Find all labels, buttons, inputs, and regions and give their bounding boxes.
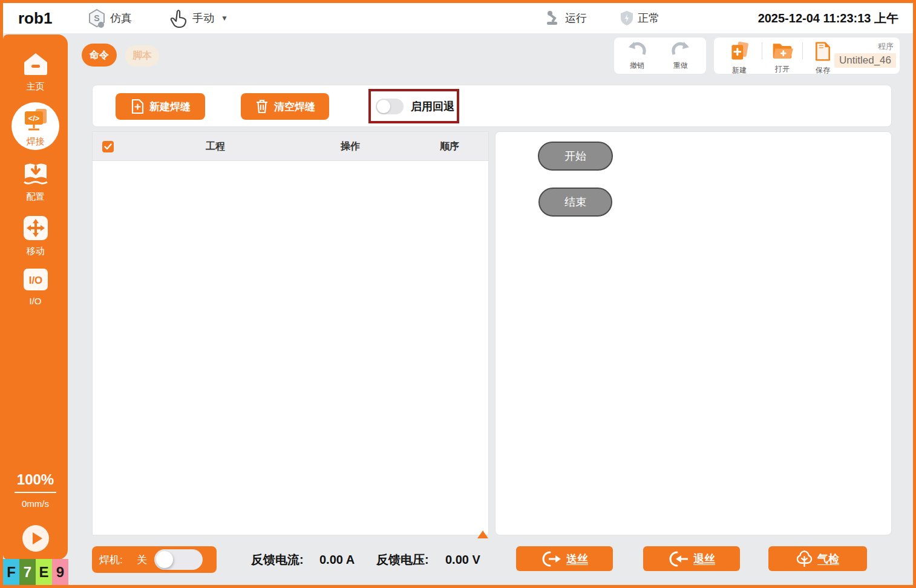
column-header-order: 顺序	[440, 132, 459, 161]
open-file-icon	[771, 41, 793, 61]
svg-text:</>: </>	[28, 114, 39, 123]
speed-block: 100% 0mm/s	[3, 471, 68, 509]
redo-button[interactable]: 重做	[662, 41, 699, 71]
sidebar-item-label: 焊接	[11, 136, 59, 148]
redo-icon	[670, 41, 691, 57]
sidebar-item-label: 移动	[3, 246, 68, 257]
divider	[762, 42, 762, 59]
new-file-icon	[728, 41, 750, 62]
highlight-box: 启用回退	[368, 89, 459, 123]
wire-retract-icon	[668, 550, 689, 567]
welder-switch-box: 焊机: 关	[92, 546, 217, 573]
check-icon	[104, 143, 112, 150]
flow-end-node[interactable]: 结束	[538, 188, 612, 217]
redo-label: 重做	[662, 60, 699, 71]
tab-script[interactable]: 脚本	[125, 45, 159, 67]
new-file-label: 新建	[721, 65, 757, 76]
io-icon: I/O	[22, 267, 49, 292]
sidebar-item-move[interactable]: 移动	[3, 215, 68, 257]
file-plus-icon	[130, 99, 145, 114]
robot-icon	[545, 10, 561, 27]
fkey-indicator: F	[3, 559, 19, 585]
top-bar: rob1 S 仿真 手动 ▼ 运行	[3, 3, 913, 33]
open-file-label: 打开	[764, 64, 800, 74]
wire-feed-icon	[541, 550, 561, 567]
wire-feed-button[interactable]: 送丝	[516, 546, 613, 571]
health-status-label: 正常	[638, 11, 659, 25]
save-file-icon	[813, 41, 833, 62]
file-card: 新建 打开 保存 程序 Untitled_46	[714, 38, 900, 74]
gas-check-button[interactable]: 气检	[768, 546, 867, 571]
mode-label: 手动	[192, 11, 214, 25]
function-key-indicators: F 7 E 9	[3, 559, 68, 585]
flow-panel: 开始 结束	[495, 131, 892, 535]
fkey-indicator: 7	[19, 559, 36, 585]
play-button[interactable]	[22, 524, 50, 552]
flow-start-node[interactable]: 开始	[538, 142, 613, 171]
sidebar-item-welding[interactable]: </> 焊接	[11, 102, 59, 150]
config-icon	[22, 160, 50, 187]
wire-retract-button[interactable]: 退丝	[643, 546, 740, 571]
robot-name: rob1	[18, 3, 52, 33]
toggle-knob	[156, 551, 173, 568]
new-file-button[interactable]: 新建	[721, 41, 757, 76]
new-seam-label: 新建焊缝	[149, 100, 191, 114]
sidebar-item-config[interactable]: 配置	[3, 160, 68, 203]
app-window: rob1 S 仿真 手动 ▼ 运行	[0, 0, 916, 588]
trash-icon	[255, 99, 269, 114]
select-all-checkbox[interactable]	[102, 141, 114, 152]
datetime: 2025-12-04 11:23:13 上午	[758, 3, 898, 33]
history-card: 撤销 重做	[614, 38, 706, 74]
tab-command[interactable]: 命令	[82, 44, 117, 67]
feedback-current-label: 反馈电流:	[251, 546, 304, 573]
sidebar: 主页 </> 焊接 配置 移动	[3, 34, 68, 560]
welder-state: 关	[137, 546, 147, 573]
sidebar-item-label: 配置	[3, 191, 68, 203]
fkey-indicator: 9	[52, 559, 68, 585]
welder-label: 焊机:	[99, 546, 123, 573]
toggle-knob	[377, 100, 390, 113]
program-name[interactable]: Untitled_46	[834, 53, 896, 68]
feedback-voltage-value: 0.00 V	[445, 546, 480, 573]
fkey-indicator: E	[36, 559, 52, 585]
seam-table-panel: 工程 操作 顺序	[92, 131, 489, 535]
gas-check-label: 气检	[817, 552, 839, 566]
health-status: 正常	[620, 3, 659, 33]
run-status: 运行	[545, 3, 587, 33]
play-icon	[22, 524, 50, 552]
feedback-current-value: 0.00 A	[319, 546, 355, 573]
sidebar-item-io[interactable]: I/O I/O	[3, 267, 68, 306]
column-header-operation: 操作	[341, 132, 360, 161]
hand-icon	[170, 8, 188, 28]
sidebar-item-home[interactable]: 主页	[3, 51, 68, 93]
clear-seam-button[interactable]: 清空焊缝	[241, 93, 329, 120]
program-label: 程序	[878, 41, 894, 52]
simulation-indicator[interactable]: S 仿真	[88, 3, 132, 33]
undo-icon	[627, 41, 647, 57]
sidebar-item-label: I/O	[3, 296, 68, 306]
undo-label: 撤销	[619, 60, 655, 71]
open-file-button[interactable]: 打开	[764, 41, 800, 74]
mode-selector[interactable]: 手动 ▼	[170, 3, 228, 33]
sidebar-item-label: 主页	[3, 81, 68, 93]
rollback-label: 启用回退	[411, 99, 454, 114]
gas-check-icon	[796, 550, 813, 567]
svg-text:I/O: I/O	[28, 275, 42, 286]
speed-percent: 100%	[15, 471, 56, 493]
undo-button[interactable]: 撤销	[619, 41, 655, 71]
svg-text:S: S	[94, 13, 99, 23]
feedback-voltage-label: 反馈电压:	[376, 546, 429, 573]
run-status-label: 运行	[565, 11, 587, 25]
chevron-down-icon: ▼	[221, 14, 228, 22]
clear-seam-label: 清空焊缝	[274, 100, 315, 114]
divider	[802, 42, 803, 59]
resize-triangle-marker[interactable]	[477, 531, 488, 538]
table-header-row: 工程 操作 顺序	[93, 132, 488, 161]
wire-feed-label: 送丝	[566, 552, 588, 566]
wire-retract-label: 退丝	[693, 552, 715, 566]
simulation-label: 仿真	[110, 11, 132, 25]
speed-value: 0mm/s	[3, 498, 68, 509]
new-seam-button[interactable]: 新建焊缝	[116, 93, 205, 120]
welder-toggle[interactable]	[154, 549, 203, 570]
rollback-toggle[interactable]	[376, 99, 404, 114]
